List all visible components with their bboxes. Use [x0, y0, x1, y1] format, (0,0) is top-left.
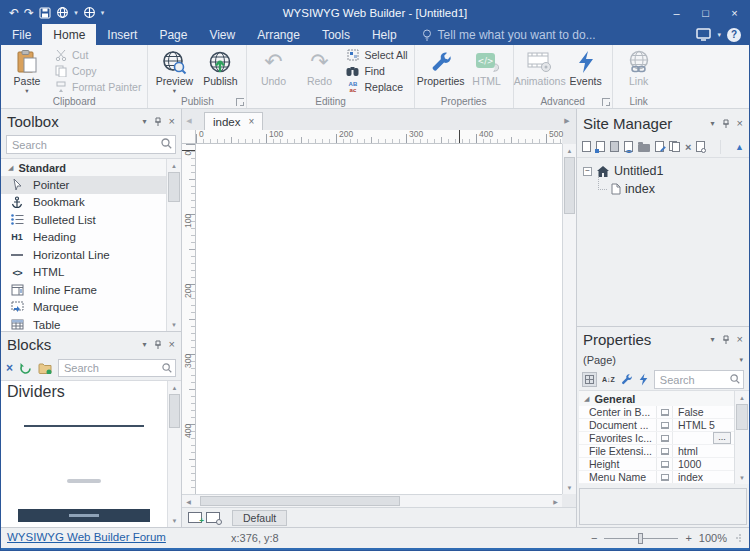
- qat-customize-caret[interactable]: ▾: [101, 9, 105, 16]
- zoom-slider-thumb[interactable]: [638, 533, 643, 544]
- scroll-left-icon[interactable]: ◀: [182, 495, 195, 507]
- find-button[interactable]: Find: [345, 64, 407, 78]
- zoom-in-icon[interactable]: +: [685, 532, 691, 544]
- sort-alphabetical-icon[interactable]: A↓Z: [602, 376, 615, 383]
- forum-link[interactable]: WYSIWYG Web Builder Forum: [7, 531, 166, 543]
- page-properties-icon[interactable]: [610, 141, 619, 152]
- tab-page[interactable]: Page: [148, 24, 198, 45]
- copy-button[interactable]: Copy: [53, 64, 141, 78]
- page-canvas[interactable]: [196, 144, 562, 494]
- site-manager-close-icon[interactable]: ×: [737, 118, 743, 129]
- scrollbar-thumb[interactable]: [564, 157, 575, 214]
- display-dropdown-caret[interactable]: ▾: [717, 31, 721, 39]
- categorized-view-icon[interactable]: [582, 372, 597, 387]
- link-button[interactable]: Link: [616, 47, 662, 95]
- scrollbar-thumb[interactable]: [736, 404, 748, 430]
- properties-close-icon[interactable]: ×: [737, 334, 743, 345]
- move-up-icon[interactable]: ▲: [735, 142, 744, 152]
- property-row[interactable]: File Extensi... html: [579, 445, 734, 458]
- property-row[interactable]: Height 1000: [579, 458, 734, 471]
- new-page-from-template-icon[interactable]: [596, 141, 605, 152]
- blocks-refresh-icon[interactable]: [19, 362, 32, 375]
- save-icon[interactable]: [39, 7, 51, 19]
- blocks-folder-icon[interactable]: [38, 363, 52, 374]
- property-value[interactable]: ...: [673, 432, 734, 444]
- blocks-search-input[interactable]: [58, 359, 176, 377]
- cut-button[interactable]: Cut: [53, 48, 141, 62]
- tab-arrange[interactable]: Arrange: [246, 24, 311, 45]
- properties-pin-icon[interactable]: [722, 335, 730, 345]
- canvas-horizontal-scrollbar[interactable]: ◀ ▶: [182, 494, 562, 507]
- browse-button[interactable]: ...: [713, 432, 731, 444]
- scroll-up-icon[interactable]: ▲: [563, 144, 576, 157]
- tab-tools[interactable]: Tools: [311, 24, 361, 45]
- page-settings-icon[interactable]: [696, 141, 705, 152]
- property-value[interactable]: False: [673, 406, 734, 418]
- maximize-button[interactable]: □: [691, 1, 720, 24]
- tab-help[interactable]: Help: [361, 24, 408, 45]
- properties-scrollbar[interactable]: ▲ ▼: [734, 391, 749, 484]
- preview-button[interactable]: Preview ▾: [151, 47, 197, 95]
- publish-button[interactable]: Publish: [197, 47, 243, 95]
- tab-view[interactable]: View: [198, 24, 246, 45]
- site-manager-menu-caret[interactable]: ▾: [711, 120, 715, 128]
- properties-button[interactable]: Properties: [418, 47, 464, 95]
- style-manager-icon[interactable]: [620, 373, 633, 386]
- new-folder-icon[interactable]: [638, 144, 650, 152]
- scroll-down-icon[interactable]: ▼: [168, 514, 181, 527]
- toolbox-item-bulleted-list[interactable]: Bulleted List: [1, 211, 166, 229]
- zoom-slider[interactable]: [604, 538, 678, 539]
- tell-me-box[interactable]: Tell me what you want to do...: [408, 24, 596, 45]
- toolbox-item-marquee[interactable]: Marquee: [1, 299, 166, 317]
- property-row[interactable]: Favorites Ic... ...: [579, 432, 734, 445]
- resize-grip[interactable]: [736, 534, 741, 542]
- tab-file[interactable]: File: [1, 24, 42, 45]
- paste-button[interactable]: Paste ▾: [4, 47, 50, 95]
- property-value[interactable]: html: [673, 445, 734, 457]
- tab-home[interactable]: Home: [42, 24, 96, 45]
- blocks-delete-icon[interactable]: ×: [6, 361, 13, 375]
- tree-collapse-icon[interactable]: −: [583, 167, 592, 176]
- scroll-down-icon[interactable]: ▼: [167, 318, 181, 331]
- tree-page-row[interactable]: index: [594, 180, 749, 198]
- blocks-scrollbar[interactable]: ▲ ▼: [167, 381, 181, 527]
- events-button[interactable]: Events: [563, 47, 609, 95]
- site-manager-pin-icon[interactable]: [722, 119, 730, 129]
- tree-root-row[interactable]: − Untitled1: [583, 162, 749, 180]
- redo-icon[interactable]: ↷: [24, 7, 34, 19]
- events-view-icon[interactable]: [638, 373, 649, 386]
- scrollbar-thumb[interactable]: [169, 394, 180, 428]
- clone-page-icon[interactable]: [669, 141, 680, 152]
- property-row[interactable]: Document ... HTML 5: [579, 419, 734, 432]
- toolbox-pin-icon[interactable]: [154, 117, 162, 127]
- toolbox-close-icon[interactable]: ×: [169, 116, 175, 127]
- property-value[interactable]: 1000: [673, 458, 734, 470]
- help-icon[interactable]: ?: [727, 28, 741, 42]
- breakpoint-tab-default[interactable]: Default: [232, 510, 287, 526]
- scrollbar-thumb[interactable]: [200, 496, 400, 506]
- advanced-dialog-launcher[interactable]: [602, 98, 610, 106]
- properties-menu-caret[interactable]: ▾: [711, 336, 715, 344]
- document-tab-close-icon[interactable]: ×: [249, 116, 255, 127]
- toolbox-scrollbar[interactable]: ▲ ▼: [166, 159, 181, 331]
- preview-dropdown-caret[interactable]: ▾: [74, 9, 78, 16]
- divider-preview-line[interactable]: [24, 425, 144, 427]
- property-row[interactable]: Center in B... False: [579, 406, 734, 419]
- toolbox-item-inline-frame[interactable]: Inline Frame: [1, 281, 166, 299]
- properties-section-general[interactable]: ◢ General: [579, 391, 734, 406]
- undo-icon[interactable]: ↶: [9, 7, 19, 19]
- toolbox-menu-caret[interactable]: ▾: [143, 118, 147, 126]
- tab-insert[interactable]: Insert: [96, 24, 148, 45]
- scroll-up-icon[interactable]: ▲: [168, 381, 181, 394]
- divider-preview-bar[interactable]: [18, 509, 151, 522]
- toolbox-item-horizontal-line[interactable]: Horizontal Line: [1, 246, 166, 264]
- publish-quick-icon[interactable]: [83, 6, 96, 19]
- tab-scroll-left-icon[interactable]: ◀: [182, 111, 196, 130]
- toolbox-group-standard[interactable]: ◢ Standard: [1, 159, 166, 176]
- object-selector[interactable]: (Page) ▾: [577, 352, 749, 368]
- property-value[interactable]: index: [673, 471, 734, 483]
- select-all-button[interactable]: Select All: [345, 48, 407, 62]
- blocks-menu-caret[interactable]: ▾: [143, 341, 147, 349]
- zoom-out-icon[interactable]: −: [591, 532, 597, 544]
- toolbox-item-table[interactable]: Table: [1, 316, 166, 331]
